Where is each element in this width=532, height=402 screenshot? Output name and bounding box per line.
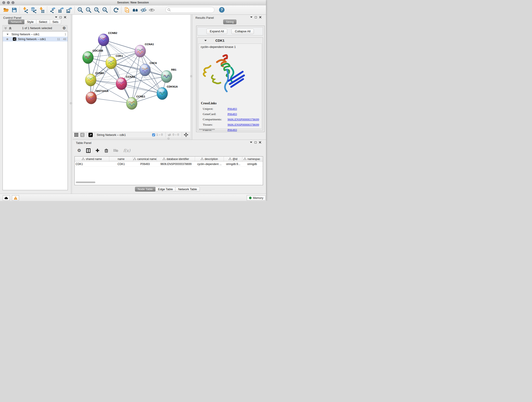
network-share-icon[interactable] — [80, 133, 85, 137]
table-options-gear-icon[interactable]: ⚙ — [77, 148, 81, 153]
selected-checkbox-icon[interactable] — [152, 133, 155, 136]
expand-all-chevron-icon[interactable] — [9, 27, 12, 30]
control-panel-float-icon[interactable] — [60, 16, 62, 18]
open-session-icon[interactable] — [2, 6, 10, 14]
import-network-database-icon[interactable] — [29, 6, 38, 14]
show-all-eye-icon[interactable] — [147, 6, 156, 14]
collection-expand-icon[interactable] — [7, 34, 8, 35]
network-canvas[interactable]: CCNB2CCNA1CDC25BCDK1CDC6RB1CCNB1CCNA2CDK… — [73, 15, 190, 132]
table-row[interactable]: CDK1CDK1P064939606.ENSP00000378699cyclin… — [75, 162, 263, 167]
column-header-database-identifier[interactable]: database identifier — [157, 157, 195, 161]
network-options-gear-icon[interactable]: ⚙ — [63, 26, 66, 30]
control-panel-close-icon[interactable] — [64, 16, 66, 18]
table-panel-collapse-icon[interactable] — [250, 142, 252, 143]
show-columns-icon[interactable] — [86, 148, 90, 153]
network-node-CDC25B[interactable] — [82, 51, 94, 64]
delete-column-icon[interactable] — [104, 148, 108, 153]
table-horizontal-scrollbar[interactable] — [76, 182, 95, 183]
column-header-name[interactable]: name — [109, 157, 133, 161]
node-section-header[interactable]: CDK1 — [197, 38, 263, 43]
search-field[interactable] — [165, 7, 215, 13]
node-section-collapse-icon[interactable] — [204, 40, 207, 41]
network-node-HIST1H1A[interactable] — [86, 92, 97, 104]
warning-status-button[interactable] — [12, 195, 19, 201]
network-graph[interactable]: CCNB2CCNA1CDC25BCDK1CDC6RB1CCNB1CCNA2CDK… — [73, 15, 190, 132]
table-panel-float-icon[interactable] — [254, 141, 257, 143]
string-import-icon[interactable] — [123, 6, 131, 14]
table-cell[interactable]: cyclin–dependent ... — [195, 162, 224, 166]
network-node-CCNB1[interactable] — [85, 74, 96, 86]
network-node-CDC6[interactable] — [139, 64, 151, 76]
crosslink-genecard-link[interactable]: P06493 — [228, 112, 237, 116]
zoom-selected-icon[interactable] — [101, 6, 109, 14]
network-node-CCNA2[interactable] — [116, 77, 127, 90]
crosslink-uniprot-link[interactable]: P06493 — [228, 107, 237, 111]
table-cell[interactable]: CDK1 — [75, 162, 109, 166]
crosslink-pharos-link[interactable]: P06493 — [228, 128, 237, 132]
results-panel-collapse-icon[interactable] — [250, 17, 253, 18]
tab-network-table[interactable]: Network Table — [175, 187, 200, 191]
bottom-splitter-handle[interactable] — [167, 138, 170, 140]
hidden-eye-icon[interactable] — [167, 133, 171, 137]
memory-button[interactable]: Memory — [247, 195, 266, 201]
add-column-icon[interactable] — [95, 148, 99, 153]
network-node-CDKN1A[interactable] — [157, 87, 168, 100]
results-panel-float-icon[interactable] — [255, 16, 257, 18]
delete-table-icon[interactable] — [114, 149, 118, 152]
birdseye-grid-icon[interactable] — [75, 133, 78, 137]
network-collection-row[interactable]: String Network – cdk1 1 — [3, 32, 68, 37]
search-input[interactable] — [172, 8, 212, 12]
network-node-CCNE1[interactable] — [126, 97, 137, 109]
collapse-all-button[interactable]: Collapse All — [231, 29, 254, 34]
tab-sets[interactable]: Sets — [50, 19, 61, 24]
hide-selected-eye-icon[interactable] — [139, 6, 147, 14]
tab-style[interactable]: Style — [24, 19, 36, 24]
zoom-out-icon[interactable] — [84, 6, 93, 14]
network-node-RB1[interactable] — [161, 70, 172, 83]
save-session-icon[interactable] — [10, 6, 18, 14]
column-header-description[interactable]: description — [195, 157, 224, 161]
crosslink-tissues-link[interactable]: 9606.ENSP00000378699 — [228, 123, 259, 127]
help-button[interactable]: ? — [218, 6, 226, 14]
tab-edge-table[interactable]: Edge Table — [155, 187, 176, 191]
tab-network[interactable]: Network — [8, 19, 25, 24]
open-in-window-icon[interactable] — [89, 133, 93, 137]
expand-all-button[interactable]: Expand All — [206, 29, 227, 34]
left-splitter-handle[interactable] — [70, 102, 72, 104]
import-table-file-icon[interactable] — [38, 6, 46, 14]
results-panel-close-icon[interactable] — [259, 16, 261, 18]
control-panel-collapse-icon[interactable] — [55, 17, 57, 18]
export-table-icon[interactable] — [57, 6, 65, 14]
column-header-shared-name[interactable]: shared name — [75, 157, 109, 161]
zoom-in-icon[interactable] — [76, 6, 84, 14]
zoom-fit-icon[interactable] — [93, 6, 101, 14]
column-header--id[interactable]: @id — [224, 157, 242, 161]
network-node-CCNB2[interactable] — [98, 34, 109, 46]
pan-crosshair-icon[interactable] — [184, 133, 188, 137]
export-network-icon[interactable] — [49, 6, 57, 14]
tab-select[interactable]: Select — [36, 19, 50, 24]
column-header-canonical-name[interactable]: canonical name — [133, 157, 157, 161]
column-header-namespac[interactable]: namespac — [242, 157, 262, 161]
table-panel-close-icon[interactable] — [259, 141, 261, 143]
tab-node-table[interactable]: Node Table — [135, 187, 156, 191]
results-horizontal-scrollbar[interactable] — [199, 129, 215, 130]
function-builder-icon[interactable]: f(x) — [123, 148, 130, 153]
home-layout-icon[interactable] — [131, 6, 139, 14]
cloud-status-button[interactable] — [3, 195, 10, 201]
network-row[interactable]: String Network – cdk1 11 48 — [3, 37, 68, 41]
refresh-layout-icon[interactable] — [112, 6, 120, 14]
collapse-all-chevron-icon[interactable] — [4, 27, 7, 30]
import-network-file-icon[interactable] — [21, 6, 29, 14]
right-splitter-handle[interactable] — [190, 75, 192, 77]
crosslink-compartments-link[interactable]: 9606.ENSP00000378699 — [228, 118, 259, 121]
table-cell[interactable]: stringdb:9... — [224, 162, 242, 166]
network-node-CCNA1[interactable] — [135, 45, 146, 57]
table-cell[interactable]: 9606.ENSP00000378699 — [157, 162, 195, 166]
network-node-CDK1[interactable] — [106, 57, 117, 69]
tab-string[interactable]: String — [223, 19, 236, 24]
export-image-icon[interactable] — [65, 6, 73, 14]
table-cell[interactable]: stringdb — [242, 162, 262, 166]
table-cell[interactable]: CDK1 — [109, 162, 133, 166]
table-cell[interactable]: P06493 — [133, 162, 157, 166]
